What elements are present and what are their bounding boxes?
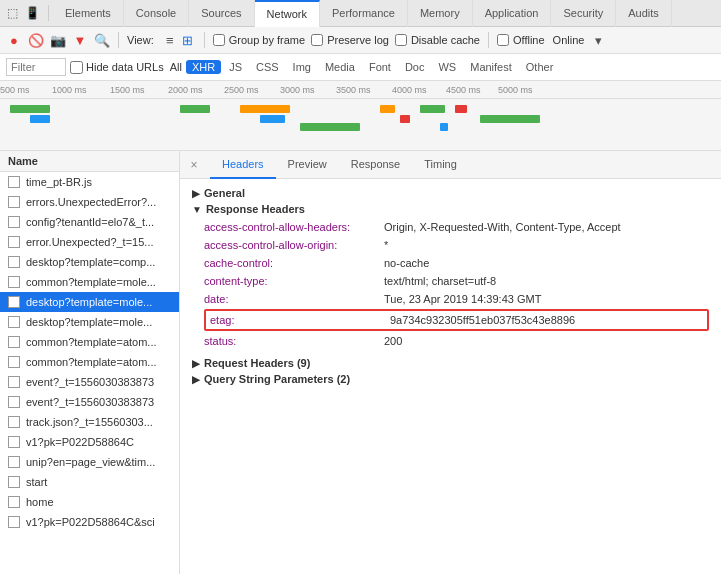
- filter-tag-img[interactable]: Img: [287, 60, 317, 74]
- timeline-bar-6: [300, 123, 360, 131]
- filter-tag-doc[interactable]: Doc: [399, 60, 431, 74]
- group-by-frame-label[interactable]: Group by frame: [213, 34, 305, 46]
- filter-tag-js[interactable]: JS: [223, 60, 248, 74]
- search-button[interactable]: 🔍: [94, 32, 110, 48]
- record-button[interactable]: ●: [6, 32, 22, 48]
- hide-data-urls-label[interactable]: Hide data URLs: [70, 61, 164, 74]
- file-checkbox-8: [8, 336, 20, 348]
- tick-3500: 3500 ms: [336, 85, 371, 95]
- tick-3000: 3000 ms: [280, 85, 315, 95]
- all-filter[interactable]: All: [170, 61, 182, 73]
- filter-input[interactable]: [6, 58, 66, 76]
- filter-tag-ws[interactable]: WS: [432, 60, 462, 74]
- tab-sources[interactable]: Sources: [189, 0, 254, 27]
- file-item-10[interactable]: event?_t=1556030383873: [0, 372, 179, 392]
- preserve-log-checkbox[interactable]: [311, 34, 323, 46]
- throttle-dropdown[interactable]: ▾: [590, 32, 606, 48]
- grid-view-icon[interactable]: ⊞: [180, 32, 196, 48]
- tab-application[interactable]: Application: [473, 0, 552, 27]
- filter-tag-font[interactable]: Font: [363, 60, 397, 74]
- file-item-7[interactable]: desktop?template=mole...: [0, 312, 179, 332]
- tick-500: 500 ms: [0, 85, 30, 95]
- file-item-0[interactable]: time_pt-BR.js: [0, 172, 179, 192]
- query-params-section-header[interactable]: ▶ Query String Parameters (2): [192, 373, 709, 385]
- file-checkbox-14: [8, 456, 20, 468]
- header-val-2: no-cache: [384, 255, 429, 271]
- clear-button[interactable]: 🚫: [28, 32, 44, 48]
- filter-tag-manifest[interactable]: Manifest: [464, 60, 518, 74]
- timeline-bar-7: [380, 105, 395, 113]
- file-item-11[interactable]: event?_t=1556030383873: [0, 392, 179, 412]
- header-val-6: 200: [384, 333, 402, 349]
- details-tabs: × Headers Preview Response Timing: [180, 151, 721, 179]
- request-headers-section-header[interactable]: ▶ Request Headers (9): [192, 357, 709, 369]
- tick-1000: 1000 ms: [52, 85, 87, 95]
- file-checkbox-17: [8, 516, 20, 528]
- file-item-8[interactable]: common?template=atom...: [0, 332, 179, 352]
- tab-audits[interactable]: Audits: [616, 0, 672, 27]
- device-icon[interactable]: 📱: [24, 5, 40, 21]
- list-view-icon[interactable]: ≡: [162, 32, 178, 48]
- inspect-icon[interactable]: ⬚: [4, 5, 20, 21]
- file-item-14[interactable]: unip?en=page_view&tim...: [0, 452, 179, 472]
- header-val-0: Origin, X-Requested-With, Content-Type, …: [384, 219, 621, 235]
- file-checkbox-15: [8, 476, 20, 488]
- tab-elements[interactable]: Elements: [53, 0, 124, 27]
- offline-label[interactable]: Offline: [497, 34, 545, 46]
- hide-data-urls-checkbox[interactable]: [70, 61, 83, 74]
- detail-tab-headers[interactable]: Headers: [210, 151, 276, 179]
- file-item-13[interactable]: v1?pk=P022D58864C: [0, 432, 179, 452]
- header-row-6: status 200: [204, 333, 709, 349]
- tab-security[interactable]: Security: [551, 0, 616, 27]
- detail-tab-response[interactable]: Response: [339, 151, 413, 179]
- separator-1: [118, 32, 119, 48]
- filter-tag-css[interactable]: CSS: [250, 60, 285, 74]
- detail-tab-timing[interactable]: Timing: [412, 151, 469, 179]
- file-item-15[interactable]: start: [0, 472, 179, 492]
- filter-tag-other[interactable]: Other: [520, 60, 560, 74]
- file-item-17[interactable]: v1?pk=P022D58864C&sci: [0, 512, 179, 532]
- camera-button[interactable]: 📷: [50, 32, 66, 48]
- close-details-button[interactable]: ×: [184, 155, 204, 175]
- general-arrow: ▶: [192, 188, 200, 199]
- offline-checkbox[interactable]: [497, 34, 509, 46]
- file-item-16[interactable]: home: [0, 492, 179, 512]
- filter-tag-media[interactable]: Media: [319, 60, 361, 74]
- file-list: Name time_pt-BR.js errors.UnexpectedErro…: [0, 151, 180, 574]
- file-item-3[interactable]: error.Unexpected?_t=15...: [0, 232, 179, 252]
- file-item-5[interactable]: common?template=mole...: [0, 272, 179, 292]
- file-item-4[interactable]: desktop?template=comp...: [0, 252, 179, 272]
- file-item-2[interactable]: config?tenantId=elo7&_t...: [0, 212, 179, 232]
- filter-tag-xhr[interactable]: XHR: [186, 60, 221, 74]
- timeline-bar-5: [260, 115, 285, 123]
- tab-memory[interactable]: Memory: [408, 0, 473, 27]
- filter-button[interactable]: ▼: [72, 32, 88, 48]
- detail-tab-preview[interactable]: Preview: [276, 151, 339, 179]
- tab-network[interactable]: Network: [255, 0, 320, 27]
- response-headers-section-header[interactable]: ▼ Response Headers: [192, 203, 709, 215]
- file-item-1[interactable]: errors.UnexpectedError?...: [0, 192, 179, 212]
- timeline-ruler: 500 ms 1000 ms 1500 ms 2000 ms 2500 ms 3…: [0, 81, 721, 99]
- file-item-6[interactable]: desktop?template=mole...: [0, 292, 179, 312]
- file-item-12[interactable]: track.json?_t=15560303...: [0, 412, 179, 432]
- timeline-bar-3: [180, 105, 210, 113]
- online-label: Online: [553, 34, 585, 46]
- file-checkbox-2: [8, 216, 20, 228]
- header-row-4: date Tue, 23 Apr 2019 14:39:43 GMT: [204, 291, 709, 307]
- tab-performance[interactable]: Performance: [320, 0, 408, 27]
- disable-cache-checkbox[interactable]: [395, 34, 407, 46]
- header-val-4: Tue, 23 Apr 2019 14:39:43 GMT: [384, 291, 541, 307]
- preserve-log-label[interactable]: Preserve log: [311, 34, 389, 46]
- disable-cache-label[interactable]: Disable cache: [395, 34, 480, 46]
- timeline-bar-4: [240, 105, 290, 113]
- tick-4000: 4000 ms: [392, 85, 427, 95]
- view-icons: ≡ ⊞: [162, 32, 196, 48]
- group-by-frame-checkbox[interactable]: [213, 34, 225, 46]
- file-list-header: Name: [0, 151, 179, 172]
- general-section-header[interactable]: ▶ General: [192, 187, 709, 199]
- file-checkbox-5: [8, 276, 20, 288]
- timeline: 500 ms 1000 ms 1500 ms 2000 ms 2500 ms 3…: [0, 81, 721, 151]
- file-item-9[interactable]: common?template=atom...: [0, 352, 179, 372]
- tab-console[interactable]: Console: [124, 0, 189, 27]
- details-panel: × Headers Preview Response Timing ▶ Gene…: [180, 151, 721, 574]
